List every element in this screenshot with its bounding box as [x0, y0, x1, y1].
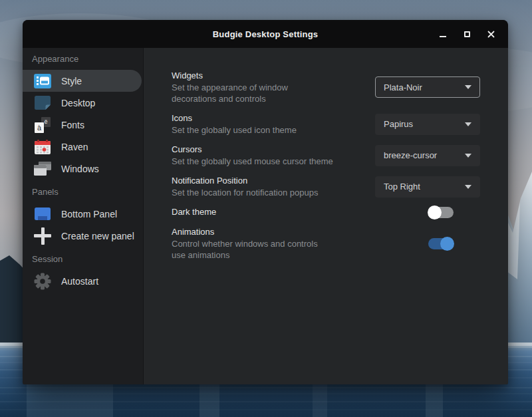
minimize-icon [440, 36, 446, 37]
cursor-theme-value: breeze-cursor [384, 150, 437, 160]
cursors-title: Cursors [172, 144, 362, 156]
style-icon [33, 74, 52, 88]
sidebar-item-label: Bottom Panel [61, 209, 117, 219]
fonts-icon: ë à [33, 117, 52, 133]
maximize-icon [464, 31, 470, 37]
dark-theme-toggle[interactable] [428, 207, 454, 218]
icons-description: Set the globally used icon theme [172, 124, 362, 136]
close-icon [487, 31, 495, 38]
plus-icon [33, 227, 52, 245]
section-header-panels: Panels [23, 186, 143, 198]
raven-icon [33, 140, 52, 154]
sidebar-item-bottom-panel[interactable]: Bottom Panel [23, 203, 142, 225]
widgets-description-line2: decorations and controls [172, 93, 362, 104]
cursor-theme-dropdown[interactable]: breeze-cursor [375, 145, 480, 166]
sidebar-item-style[interactable]: Style [23, 70, 142, 92]
windows-icon [33, 162, 52, 176]
minimize-button[interactable] [434, 25, 452, 43]
notification-position-title: Notification Position [172, 175, 362, 187]
sidebar-item-label: Raven [61, 142, 88, 152]
sidebar-item-label: Fonts [61, 120, 84, 130]
chevron-down-icon [465, 122, 471, 126]
window-title: Budgie Desktop Settings [213, 29, 318, 39]
sidebar-item-autostart[interactable]: Autostart [23, 270, 142, 292]
chevron-down-icon [465, 85, 471, 89]
panel-icon [33, 208, 52, 220]
notification-position-value: Top Right [384, 182, 420, 192]
animations-toggle[interactable] [428, 238, 454, 249]
icon-theme-value: Papirus [384, 119, 413, 129]
dark-theme-title: Dark theme [172, 206, 362, 218]
sidebar-item-create-new-panel[interactable]: Create new panel [23, 225, 142, 247]
sidebar-item-label: Desktop [61, 98, 95, 108]
sidebar-item-windows[interactable]: Windows [23, 158, 142, 180]
sidebar-item-label: Windows [61, 164, 99, 174]
window-controls [434, 20, 499, 48]
animations-description: Control whether windows and controls [172, 238, 362, 249]
sidebar-item-label: Style [61, 76, 82, 86]
widgets-description: Set the appearance of window [172, 82, 362, 93]
notification-position-description: Set the location for notification popups [172, 187, 362, 198]
setting-row-dark-theme: Dark theme [172, 206, 480, 218]
sidebar-item-label: Autostart [61, 276, 98, 287]
desktop-icon [33, 96, 52, 110]
settings-panel: Widgets Set the appearance of window dec… [144, 48, 508, 384]
sidebar-item-fonts[interactable]: ë à Fonts [23, 114, 142, 136]
chevron-down-icon [465, 154, 471, 158]
section-header-session: Session [23, 253, 143, 265]
icon-theme-dropdown[interactable]: Papirus [375, 114, 480, 135]
animations-description-line2: use animations [172, 249, 362, 261]
setting-row-icons: Icons Set the globally used icon theme P… [172, 112, 480, 136]
chevron-down-icon [465, 185, 471, 189]
animations-title: Animations [172, 226, 362, 238]
setting-row-widgets: Widgets Set the appearance of window dec… [172, 70, 480, 104]
setting-row-animations: Animations Control whether windows and c… [172, 226, 480, 261]
cursors-description: Set the globally used mouse cursor theme [172, 156, 362, 167]
window-body: Appearance Style [23, 48, 508, 384]
icons-title: Icons [172, 112, 362, 124]
sidebar-item-desktop[interactable]: Desktop [23, 92, 142, 114]
titlebar[interactable]: Budgie Desktop Settings [23, 20, 508, 48]
toggle-knob [440, 237, 454, 251]
desktop: Budgie Desktop Settings Appearance [0, 0, 532, 417]
setting-row-cursors: Cursors Set the globally used mouse curs… [172, 144, 480, 167]
section-header-appearance: Appearance [23, 53, 143, 65]
budgie-settings-window: Budgie Desktop Settings Appearance [23, 20, 508, 384]
sidebar-item-raven[interactable]: Raven [23, 136, 142, 158]
sidebar: Appearance Style [23, 48, 144, 384]
sidebar-item-label: Create new panel [61, 231, 134, 241]
close-button[interactable] [482, 25, 499, 43]
widgets-theme-dropdown[interactable]: Plata-Noir [375, 76, 480, 98]
setting-row-notification-position: Notification Position Set the location f… [172, 175, 480, 198]
fonts-icon-front-glyph: à [35, 122, 44, 133]
maximize-button[interactable] [458, 25, 475, 43]
widgets-title: Widgets [172, 70, 362, 82]
toggle-knob [428, 206, 442, 219]
notification-position-dropdown[interactable]: Top Right [375, 176, 480, 198]
widgets-theme-value: Plata-Noir [384, 82, 422, 92]
gear-icon [33, 273, 52, 290]
